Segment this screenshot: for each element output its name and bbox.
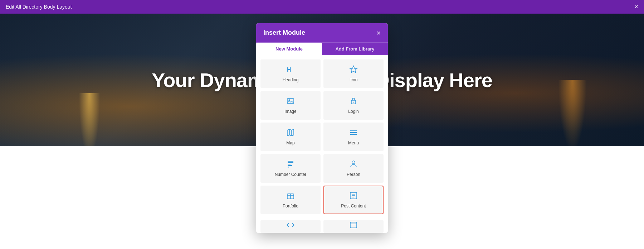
post-content-icon [349, 191, 358, 201]
sidebar-widget-icon [349, 221, 358, 230]
module-grid: H Heading Icon [256, 55, 388, 219]
module-label-menu: Menu [348, 140, 359, 145]
heading-icon: H [286, 65, 295, 75]
svg-rect-25 [350, 222, 357, 228]
modal-title: Insert Module [263, 29, 305, 37]
module-item-menu[interactable]: Menu [323, 123, 384, 151]
icon-icon [349, 65, 358, 75]
image-icon [286, 97, 295, 107]
module-label-portfolio: Portfolio [283, 203, 298, 209]
person-icon [349, 160, 358, 170]
insert-module-modal: Insert Module × New Module Add From Libr… [256, 23, 388, 233]
module-label-image: Image [284, 109, 296, 114]
module-item-map[interactable]: Map [260, 123, 321, 151]
module-label-map: Map [286, 140, 294, 145]
module-label-person: Person [347, 172, 360, 177]
module-label-number-counter: Number Counter [275, 172, 307, 177]
module-label-icon: Icon [350, 77, 358, 82]
svg-point-5 [353, 102, 354, 102]
menu-icon [349, 128, 358, 138]
module-item-number-counter[interactable]: # Number Counter [260, 154, 321, 183]
tab-new-module[interactable]: New Module [256, 43, 322, 55]
top-bar: Edit All Directory Body Layout × [0, 0, 644, 14]
modal-close-button[interactable]: × [376, 29, 381, 37]
module-item-login[interactable]: Login [323, 91, 384, 120]
module-item-image[interactable]: Image [260, 91, 321, 120]
module-item-icon[interactable]: Icon [323, 59, 384, 88]
svg-text:H: H [287, 67, 291, 73]
top-bar-title: Edit All Directory Body Layout [6, 4, 72, 10]
svg-marker-1 [350, 66, 357, 73]
module-item-sidebar-widget[interactable] [323, 220, 384, 233]
module-grid-partial [256, 219, 388, 233]
module-item-heading[interactable]: H Heading [260, 59, 321, 88]
svg-point-17 [352, 161, 355, 164]
module-label-login: Login [348, 109, 358, 114]
module-label-heading: Heading [283, 77, 299, 82]
module-item-code[interactable] [260, 220, 321, 233]
modal-tabs: New Module Add From Library [256, 42, 388, 55]
svg-marker-6 [287, 129, 294, 136]
login-icon [349, 97, 358, 107]
portfolio-icon [286, 191, 295, 201]
svg-text:#: # [288, 165, 289, 168]
top-bar-close-button[interactable]: × [634, 4, 638, 10]
module-item-post-content[interactable]: Post Content [323, 186, 384, 214]
number-counter-icon: # [286, 160, 295, 170]
map-icon [286, 128, 295, 138]
code-icon [286, 221, 295, 230]
tab-add-from-library[interactable]: Add From Library [322, 43, 388, 55]
module-item-portfolio[interactable]: Portfolio [260, 186, 321, 214]
modal-header: Insert Module × [256, 23, 388, 42]
module-item-person[interactable]: Person [323, 154, 384, 183]
module-label-post-content: Post Content [341, 203, 366, 209]
